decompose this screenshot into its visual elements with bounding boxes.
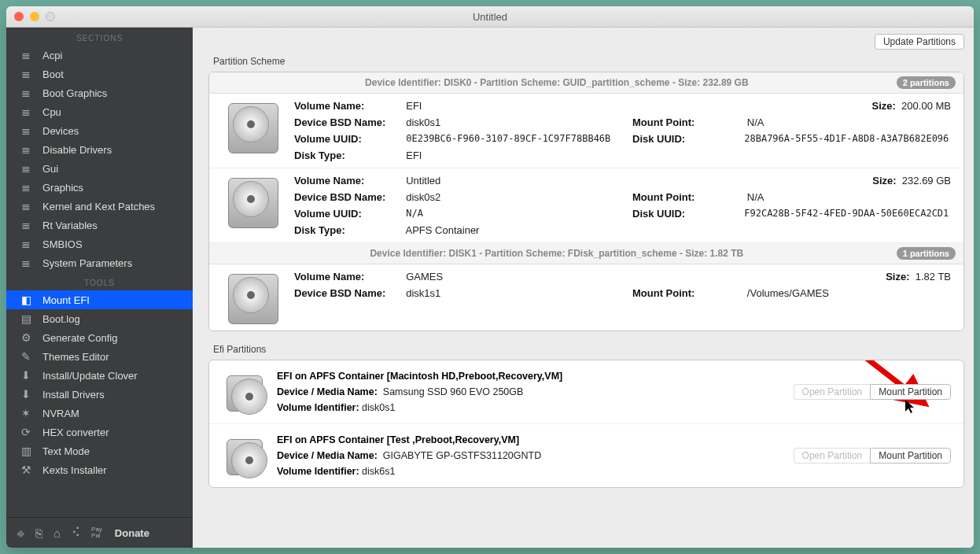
list-icon: ◧ xyxy=(19,294,33,306)
sidebar-item-label: Text Mode xyxy=(42,445,90,457)
sidebar-item-rt-variables[interactable]: ≣Rt Variables xyxy=(6,216,193,235)
sidebar-item-label: Graphics xyxy=(42,182,83,194)
sidebar-item-label: Disable Drivers xyxy=(42,144,112,156)
sidebar-item-boot-graphics[interactable]: ≣Boot Graphics xyxy=(6,83,193,102)
efi-partitions-panel: EFI on APFS Container [Macintosh HD,Preb… xyxy=(208,360,964,488)
sidebar-item-boot[interactable]: ≣Boot xyxy=(6,65,193,83)
logout-icon[interactable]: ⎆ xyxy=(17,526,24,540)
mount-partition-button[interactable]: Mount Partition xyxy=(870,448,951,464)
sidebar-item-label: System Parameters xyxy=(42,257,132,269)
list-icon: ✎ xyxy=(19,350,33,363)
save-icon[interactable]: ⎘ xyxy=(35,526,42,540)
sidebar-item-label: Install/Update Clover xyxy=(42,370,138,382)
main-content: Update Partitions Partition Scheme Devic… xyxy=(193,28,974,548)
efi-info: EFI on APFS Container [Macintosh HD,Preb… xyxy=(277,368,779,416)
sidebar-item-label: NVRAM xyxy=(42,408,79,419)
sidebar-item-label: Mount EFI xyxy=(42,294,90,306)
sidebar-item-label: Kernel and Kext Patches xyxy=(42,201,155,212)
efi-info: EFI on APFS Container [Test ,Preboot,Rec… xyxy=(277,432,779,479)
partition-count-badge: 2 partitions xyxy=(897,76,956,89)
sidebar-item-system-parameters[interactable]: ≣System Parameters xyxy=(6,253,193,272)
list-icon: ≣ xyxy=(19,257,33,269)
sidebar-item-label: Gui xyxy=(42,163,58,175)
mount-partition-button[interactable]: Mount Partition xyxy=(870,384,951,400)
volume-row: Volume Name: Untitled Size: 232.69 GB De… xyxy=(209,168,963,243)
list-icon: ✶ xyxy=(19,407,33,419)
sidebar-item-disable-drivers[interactable]: ≣Disable Drivers xyxy=(6,140,193,159)
window-title: Untitled xyxy=(6,11,974,23)
sidebar-item-install-update-clover[interactable]: ⬇Install/Update Clover xyxy=(6,366,193,385)
volume-row: Volume Name: GAMES Size: 1.82 TB Device … xyxy=(209,264,963,331)
sidebar-item-label: Boot.log xyxy=(42,313,80,325)
list-icon: ⟳ xyxy=(19,426,33,438)
sidebar-item-label: Install Drivers xyxy=(42,389,105,401)
list-icon: ≣ xyxy=(19,105,33,118)
list-icon: ⚙ xyxy=(19,331,33,344)
sidebar-item-themes-editor[interactable]: ✎Themes Editor xyxy=(6,347,193,366)
titlebar[interactable]: Untitled xyxy=(6,6,974,28)
sidebar-item-devices[interactable]: ≣Devices xyxy=(6,121,193,140)
list-icon: ≣ xyxy=(19,162,33,175)
list-icon: ≣ xyxy=(19,49,33,61)
efi-partitions-title: Efi Partitions xyxy=(208,341,964,360)
disk-header-text: Device Identifier: DISK1 - Partition Sch… xyxy=(217,248,897,259)
sidebar-item-kexts-installer[interactable]: ⚒Kexts Installer xyxy=(6,460,193,479)
sidebar-item-gui[interactable]: ≣Gui xyxy=(6,159,193,178)
sidebar-item-cpu[interactable]: ≣Cpu xyxy=(6,102,193,121)
update-partitions-button[interactable]: Update Partitions xyxy=(875,34,964,50)
sidebar-footer: ⎆ ⎘ ⌂ ⠪ PayPal Donate xyxy=(6,517,193,548)
sidebar: SECTIONS ≣Acpi≣Boot≣Boot Graphics≣Cpu≣De… xyxy=(6,28,193,548)
list-icon: ≣ xyxy=(19,87,33,99)
hard-drive-icon xyxy=(228,103,278,153)
sidebar-item-kernel-and-kext-patches[interactable]: ≣Kernel and Kext Patches xyxy=(6,197,193,216)
hard-drive-icon xyxy=(228,178,278,228)
list-icon: ≣ xyxy=(19,124,33,137)
list-icon: ≣ xyxy=(19,238,33,250)
open-partition-button[interactable]: Open Partition xyxy=(794,448,871,464)
list-icon: ⚒ xyxy=(19,464,33,476)
partition-scheme-title: Partition Scheme xyxy=(208,53,964,72)
sidebar-item-generate-config[interactable]: ⚙Generate Config xyxy=(6,328,193,347)
sidebar-item-smbios[interactable]: ≣SMBIOS xyxy=(6,235,193,253)
sidebar-item-label: HEX converter xyxy=(42,427,109,438)
sidebar-item-nvram[interactable]: ✶NVRAM xyxy=(6,404,193,423)
hard-drive-icon xyxy=(227,439,263,475)
sidebar-item-mount-efi[interactable]: ◧Mount EFI xyxy=(6,290,193,309)
sidebar-item-acpi[interactable]: ≣Acpi xyxy=(6,46,193,65)
open-partition-button[interactable]: Open Partition xyxy=(794,384,871,400)
home-icon[interactable]: ⌂ xyxy=(53,526,61,540)
list-icon: ▥ xyxy=(19,445,33,457)
sidebar-item-label: Rt Variables xyxy=(42,220,98,231)
sidebar-item-label: Devices xyxy=(42,125,79,137)
sidebar-item-text-mode[interactable]: ▥Text Mode xyxy=(6,441,193,460)
disk-header: Device Identifier: DISK0 - Partition Sch… xyxy=(209,72,963,94)
sidebar-header-sections: SECTIONS xyxy=(6,28,193,46)
sidebar-item-boot-log[interactable]: ▤Boot.log xyxy=(6,309,193,328)
list-icon: ≣ xyxy=(19,181,33,194)
sidebar-item-label: Generate Config xyxy=(42,332,117,344)
sidebar-item-label: Acpi xyxy=(42,50,62,61)
sidebar-item-hex-converter[interactable]: ⟳HEX converter xyxy=(6,423,193,441)
sidebar-item-install-drivers[interactable]: ⬇Install Drivers xyxy=(6,385,193,404)
donate-link[interactable]: Donate xyxy=(115,527,149,539)
disk-header: Device Identifier: DISK1 - Partition Sch… xyxy=(209,243,963,264)
sidebar-item-label: Themes Editor xyxy=(42,351,109,363)
volume-row: Volume Name: EFI Size: 200.00 MB Device … xyxy=(209,94,963,168)
sidebar-item-label: Boot Graphics xyxy=(42,87,107,99)
share-icon[interactable]: ⠪ xyxy=(72,526,80,540)
list-icon: ≣ xyxy=(19,219,33,231)
sidebar-item-label: SMBIOS xyxy=(42,238,83,250)
sidebar-item-label: Kexts Installer xyxy=(42,464,107,476)
sidebar-item-label: Boot xyxy=(42,68,64,80)
partition-scheme-panel: Device Identifier: DISK0 - Partition Sch… xyxy=(208,72,964,331)
sidebar-item-label: Cpu xyxy=(42,106,61,118)
sidebar-item-graphics[interactable]: ≣Graphics xyxy=(6,178,193,197)
hard-drive-icon xyxy=(227,375,263,412)
disk-header-text: Device Identifier: DISK0 - Partition Sch… xyxy=(217,77,897,88)
app-window: Untitled SECTIONS ≣Acpi≣Boot≣Boot Graphi… xyxy=(6,6,974,548)
paypal-icon[interactable]: PayPal xyxy=(91,526,102,539)
list-icon: ▤ xyxy=(19,312,33,325)
list-icon: ≣ xyxy=(19,68,33,80)
partition-count-badge: 1 partitions xyxy=(897,247,956,260)
list-icon: ≣ xyxy=(19,200,33,212)
